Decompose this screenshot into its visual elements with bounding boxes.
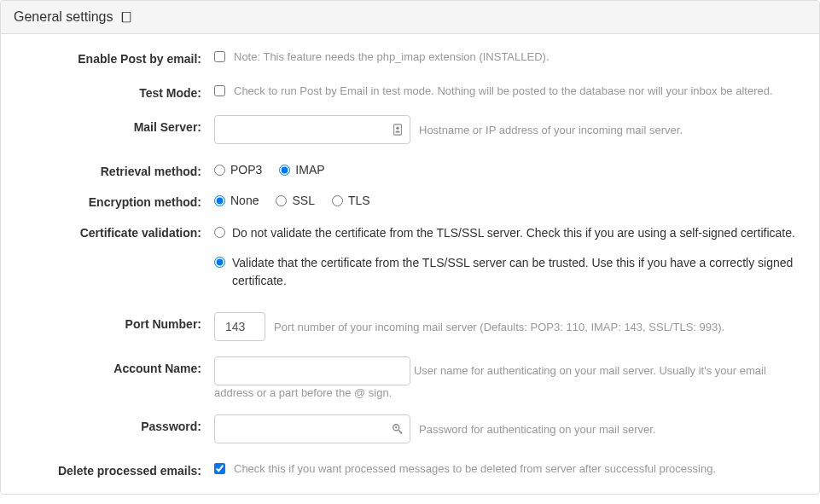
encryption-none-radio[interactable]	[214, 195, 225, 206]
port-input[interactable]	[214, 312, 265, 341]
row-password: Password: Password for authenticating on…	[18, 414, 802, 443]
retrieval-pop3-option[interactable]: POP3	[214, 163, 262, 177]
cert-validate-radio[interactable]	[214, 257, 225, 268]
row-test-mode: Test Mode: Check to run Post by Email in…	[18, 81, 802, 100]
port-help: Port number of your incoming mail server…	[274, 321, 724, 333]
password-help: Password for authenticating on your mail…	[419, 423, 655, 436]
enable-checkbox[interactable]	[214, 51, 225, 62]
encryption-none-option[interactable]: None	[214, 194, 259, 207]
general-settings-panel: General settings Enable Post by email: N…	[0, 0, 820, 495]
panel-title: General settings	[14, 9, 113, 25]
mail-server-help: Hostname or IP address of your incoming …	[419, 124, 683, 136]
retrieval-pop3-radio[interactable]	[214, 165, 225, 176]
label-mail-server: Mail Server:	[18, 115, 214, 134]
label-account: Account Name:	[18, 356, 214, 375]
label-encryption: Encryption method:	[18, 190, 214, 209]
encryption-ssl-radio[interactable]	[276, 195, 287, 206]
retrieval-imap-option[interactable]: IMAP	[279, 163, 324, 177]
row-retrieval: Retrieval method: POP3 IMAP	[18, 159, 802, 178]
label-enable: Enable Post by email:	[18, 47, 214, 66]
label-password: Password:	[18, 414, 214, 433]
label-delete-processed: Delete processed emails:	[18, 459, 214, 478]
encryption-tls-option[interactable]: TLS	[332, 194, 370, 207]
book-icon	[120, 11, 132, 23]
retrieval-pop3-label: POP3	[230, 163, 262, 177]
label-retrieval: Retrieval method:	[18, 159, 214, 178]
enable-note: Note: This feature needs the php_imap ex…	[234, 50, 550, 63]
password-input[interactable]	[214, 414, 410, 443]
panel-body: Enable Post by email: Note: This feature…	[1, 34, 819, 494]
row-cert: Certificate validation: Do not validate …	[18, 221, 802, 297]
row-port: Port Number: Port number of your incomin…	[18, 312, 802, 341]
row-encryption: Encryption method: None SSL TLS	[18, 190, 802, 209]
mail-server-input[interactable]	[214, 115, 410, 144]
account-input[interactable]	[214, 356, 410, 385]
retrieval-imap-label: IMAP	[295, 163, 324, 177]
cert-novalidate-label: Do not validate the certificate from the…	[232, 224, 795, 242]
test-mode-note: Check to run Post by Email in test mode.…	[234, 84, 773, 97]
cert-validate-option[interactable]: Validate that the certificate from the T…	[214, 254, 802, 290]
label-cert: Certificate validation:	[18, 221, 214, 240]
row-mail-server: Mail Server: Hostname or IP address of y…	[18, 115, 802, 144]
label-test-mode: Test Mode:	[18, 81, 214, 100]
encryption-tls-radio[interactable]	[332, 195, 343, 206]
retrieval-imap-radio[interactable]	[279, 165, 290, 176]
cert-validate-label: Validate that the certificate from the T…	[232, 254, 802, 290]
delete-processed-note: Check this if you want processed message…	[234, 462, 716, 475]
cert-novalidate-radio[interactable]	[214, 227, 225, 238]
delete-processed-checkbox[interactable]	[214, 463, 225, 474]
row-delete-processed: Delete processed emails: Check this if y…	[18, 459, 802, 478]
panel-header: General settings	[1, 1, 819, 34]
label-port: Port Number:	[18, 312, 214, 331]
encryption-tls-label: TLS	[348, 194, 370, 207]
encryption-ssl-label: SSL	[292, 194, 314, 207]
row-enable: Enable Post by email: Note: This feature…	[18, 47, 802, 66]
encryption-ssl-option[interactable]: SSL	[276, 194, 314, 207]
encryption-none-label: None	[230, 194, 259, 207]
cert-novalidate-option[interactable]: Do not validate the certificate from the…	[214, 224, 795, 242]
row-account: Account Name: User name for authenticati…	[18, 356, 802, 399]
test-mode-checkbox[interactable]	[214, 85, 225, 96]
